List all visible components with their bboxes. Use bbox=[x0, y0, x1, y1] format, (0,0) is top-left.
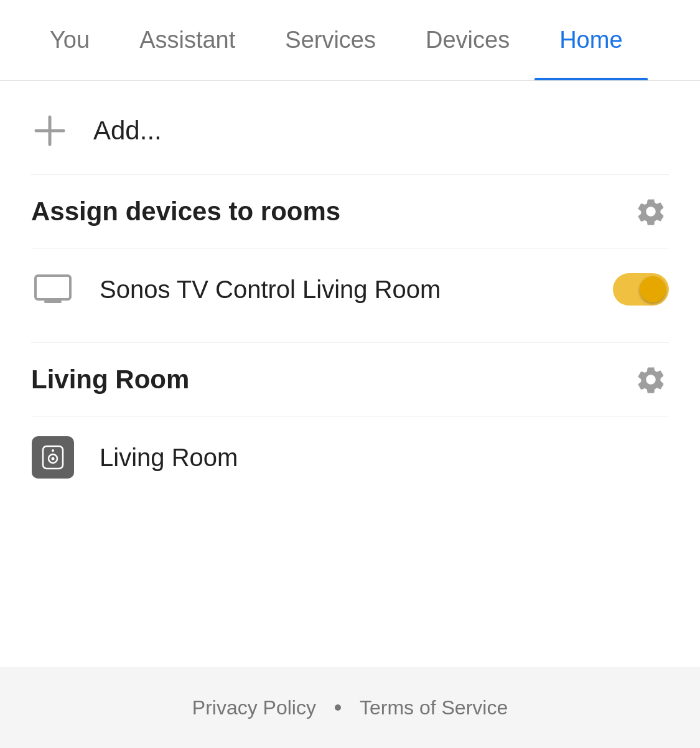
speaker-icon bbox=[31, 436, 75, 479]
svg-point-7 bbox=[52, 457, 55, 460]
tab-devices[interactable]: Devices bbox=[401, 0, 534, 80]
device-living-room[interactable]: Living Room bbox=[31, 416, 669, 498]
terms-of-service-link[interactable]: Terms of Service bbox=[360, 696, 508, 719]
plus-icon bbox=[31, 112, 68, 149]
tab-home[interactable]: Home bbox=[534, 0, 647, 80]
assign-devices-title: Assign devices to rooms bbox=[31, 197, 340, 227]
tab-assistant[interactable]: Assistant bbox=[114, 0, 260, 80]
toggle-track bbox=[613, 273, 669, 306]
living-room-device-name: Living Room bbox=[100, 444, 669, 472]
footer-separator bbox=[335, 704, 341, 711]
assign-devices-header: Assign devices to rooms bbox=[31, 174, 669, 248]
tab-bar: You Assistant Services Devices Home bbox=[0, 0, 700, 81]
device-sonos-tv[interactable]: Sonos TV Control Living Room bbox=[31, 248, 669, 330]
privacy-policy-link[interactable]: Privacy Policy bbox=[192, 696, 316, 719]
main-content: Add... Assign devices to rooms Sonos TV … bbox=[0, 81, 700, 667]
living-room-title: Living Room bbox=[31, 365, 189, 395]
svg-rect-2 bbox=[35, 276, 70, 299]
footer: Privacy Policy Terms of Service bbox=[0, 667, 700, 748]
tab-services[interactable]: Services bbox=[260, 0, 401, 80]
svg-point-8 bbox=[52, 449, 54, 452]
assign-devices-gear[interactable] bbox=[633, 194, 669, 230]
sonos-tv-toggle[interactable] bbox=[613, 273, 669, 306]
tv-icon bbox=[31, 268, 75, 311]
sonos-tv-name: Sonos TV Control Living Room bbox=[100, 276, 588, 304]
toggle-thumb bbox=[640, 276, 666, 302]
add-label: Add... bbox=[93, 116, 162, 146]
living-room-gear[interactable] bbox=[633, 362, 669, 398]
tab-you[interactable]: You bbox=[25, 0, 114, 80]
living-room-header: Living Room bbox=[31, 342, 669, 416]
add-row[interactable]: Add... bbox=[31, 81, 669, 174]
